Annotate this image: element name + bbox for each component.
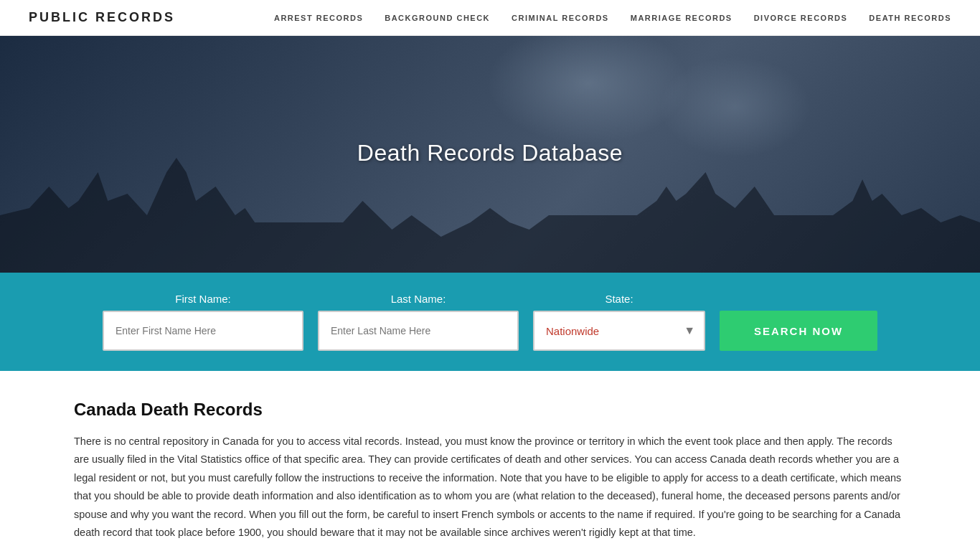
first-name-input[interactable] [103,311,303,351]
hero-section: Death Records Database [0,36,980,273]
header: PUBLIC RECORDS ARREST RECORDS BACKGROUND… [0,0,980,36]
state-select-wrapper: Nationwide Alabama Alaska Arizona Califo… [533,311,705,351]
last-name-input[interactable] [318,311,519,351]
search-now-button[interactable]: SEARCH NOW [720,311,877,351]
search-section: First Name: Last Name: State: Nationwide… [0,273,980,371]
content-heading: Canada Death Records [74,400,906,420]
nav-death-records[interactable]: DEATH RECORDS [869,14,951,22]
main-content: Canada Death Records There is no central… [38,371,942,551]
state-select[interactable]: Nationwide Alabama Alaska Arizona Califo… [533,311,705,351]
last-name-label: Last Name: [318,293,519,305]
first-name-field: First Name: [103,293,303,351]
hero-title: Death Records Database [357,140,623,166]
nav-divorce-records[interactable]: DIVORCE RECORDS [754,14,848,22]
last-name-field: Last Name: [318,293,519,351]
state-label: State: [533,293,705,305]
nav-criminal-records[interactable]: CRIMINAL RECORDS [512,14,609,22]
nav-background-check[interactable]: BACKGROUND CHECK [385,14,490,22]
site-logo: PUBLIC RECORDS [29,10,175,25]
main-nav: ARREST RECORDS BACKGROUND CHECK CRIMINAL… [274,14,951,22]
state-field: State: Nationwide Alabama Alaska Arizona… [533,293,705,351]
first-name-label: First Name: [103,293,303,305]
content-body: There is no central repository in Canada… [74,433,906,542]
nav-arrest-records[interactable]: ARREST RECORDS [274,14,363,22]
nav-marriage-records[interactable]: MARRIAGE RECORDS [631,14,732,22]
